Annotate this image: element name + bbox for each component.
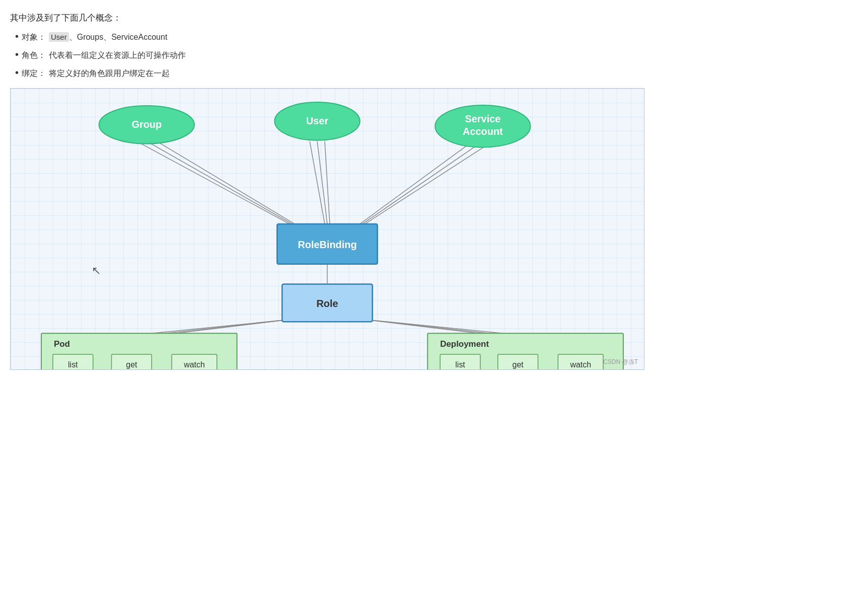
pod-list-label: list [68, 360, 78, 369]
group-label: Group [131, 119, 162, 130]
bullet-role-label: 角色： [22, 50, 46, 61]
bullet-role-content: 代表着一组定义在资源上的可操作动作 [49, 50, 186, 61]
page-container: 其中涉及到了下面几个概念： 对象： User、Groups、ServiceAcc… [0, 0, 655, 382]
deployment-list-label: list [455, 360, 465, 369]
deployment-get-label: get [513, 360, 524, 369]
deployment-label: Deployment [440, 339, 489, 349]
watermark: CSDN @冻T [603, 358, 638, 366]
bullet-binding: 绑定： 将定义好的角色跟用户绑定在一起 [15, 67, 644, 79]
bullet-list: 对象： User、Groups、ServiceAccount 角色： 代表着一组… [10, 31, 644, 79]
pod-label: Pod [54, 339, 70, 349]
line-sa-right [365, 141, 493, 224]
pod-get-label: get [126, 360, 137, 369]
bullet-objects-content: User、Groups、ServiceAccount [49, 32, 167, 43]
service-account-label-line1: Service [465, 113, 500, 124]
bullet-objects-label: 对象： [22, 32, 46, 43]
rolebinding-label: RoleBinding [298, 239, 356, 250]
role-label: Role [316, 298, 338, 309]
line-group-left [136, 141, 290, 224]
service-account-label-line2: Account [463, 126, 503, 137]
line-sa-rolebinding [363, 141, 483, 224]
cursor-icon: ↖ [92, 264, 101, 277]
intro-title: 其中涉及到了下面几个概念： [10, 12, 644, 24]
user-label: User [306, 115, 329, 126]
bullet-objects: 对象： User、Groups、ServiceAccount [15, 31, 644, 43]
line-sa-left [360, 141, 473, 224]
bullet-role: 角色： 代表着一组定义在资源上的可操作动作 [15, 49, 644, 61]
highlight-user: User [49, 32, 69, 42]
pod-watch-label: watch [183, 360, 205, 369]
bullet-binding-label: 绑定： [22, 68, 46, 79]
intro-section: 其中涉及到了下面几个概念： 对象： User、Groups、ServiceAcc… [10, 12, 644, 79]
line-group-right [157, 141, 295, 224]
diagram-container: Group User Service Account RoleBinding R… [10, 88, 644, 370]
diagram-svg: Group User Service Account RoleBinding R… [11, 89, 644, 369]
line-group-rolebinding [147, 141, 292, 224]
bullet-binding-content: 将定义好的角色跟用户绑定在一起 [49, 68, 170, 79]
deployment-watch-label: watch [569, 360, 591, 369]
